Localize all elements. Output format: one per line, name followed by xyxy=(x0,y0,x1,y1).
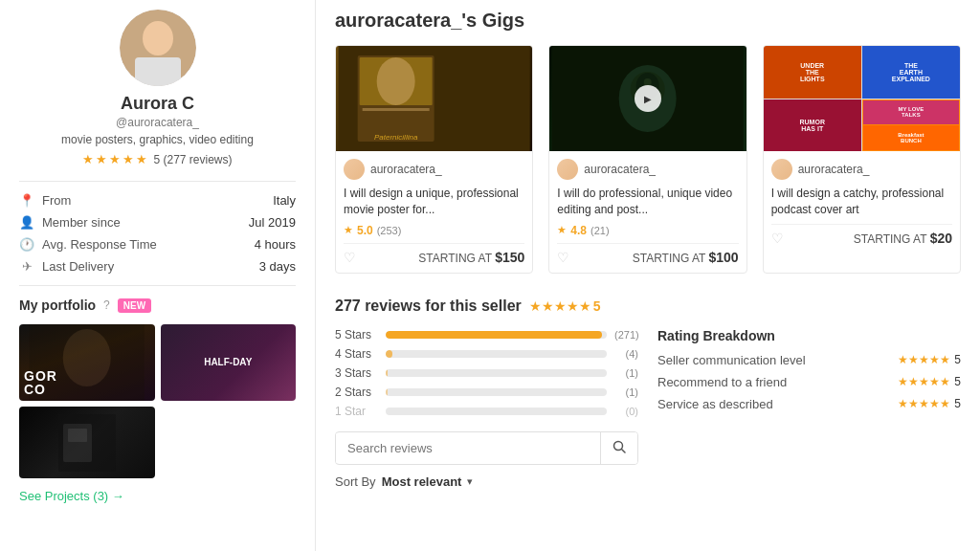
gig-1-description: I will design a unique, professional mov… xyxy=(344,186,524,218)
gig-3-footer: ♡ STARTING AT $20 xyxy=(771,224,952,246)
gig-2-rating: 4.8 xyxy=(570,224,587,237)
portfolio-item-3[interactable] xyxy=(19,407,155,478)
gig-2-reviews: (21) xyxy=(590,225,610,236)
profile-info: 📍 From Italy 👤 Member since Jul 2019 🕐 A… xyxy=(19,182,296,286)
gig-card-2[interactable]: ▶ auroracatera_ I will do professional, … xyxy=(548,45,746,274)
gig-2-footer: ♡ STARTING AT $100 xyxy=(557,243,738,265)
seller-avatar-3 xyxy=(771,159,792,180)
person-icon: 👤 xyxy=(19,215,34,230)
breakdown-label-3: Service as described xyxy=(657,397,773,411)
reviews-title: 277 reviews for this seller xyxy=(335,298,522,315)
portfolio-section: My portfolio ? NEW GORCO HALF- xyxy=(19,286,296,515)
bar-2-stars: 2 Stars (1) xyxy=(335,386,638,399)
breakdown-stars-3: ★★★★★ 5 xyxy=(898,397,961,410)
portfolio-title: My portfolio xyxy=(19,298,96,313)
portfolio-item-2[interactable]: HALF-DAY xyxy=(161,324,297,401)
rating-breakdown: Rating Breakdown Seller communication le… xyxy=(657,328,961,489)
member-label: Member since xyxy=(42,215,121,230)
svg-point-1 xyxy=(143,21,173,55)
profile-section: Aurora C @auroracatera_ movie posters, g… xyxy=(19,10,296,182)
info-last-delivery: ✈ Last Delivery 3 days xyxy=(19,259,296,274)
location-icon: 📍 xyxy=(19,193,34,208)
sort-arrow-icon[interactable]: ▾ xyxy=(467,475,473,488)
from-value: Italy xyxy=(273,193,296,208)
gig-2-body: auroracatera_ I will do professional, un… xyxy=(549,151,746,273)
breakdown-label-1: Seller communication level xyxy=(657,353,806,367)
profile-name: Aurora C xyxy=(19,94,296,114)
info-from: 📍 From Italy xyxy=(19,193,296,208)
reviews-rating-badge: 5 xyxy=(593,298,601,314)
star-1: ★ xyxy=(82,152,94,166)
search-input[interactable] xyxy=(336,433,600,463)
gig-1-stars: ★ xyxy=(344,224,353,236)
search-button[interactable] xyxy=(600,432,637,464)
search-section: Sort By Most relevant ▾ xyxy=(335,431,638,489)
sort-label: Sort By xyxy=(335,474,376,489)
bar-4-stars: 4 Stars (4) xyxy=(335,347,638,361)
seller-avatar-1 xyxy=(344,159,365,180)
help-icon[interactable]: ? xyxy=(103,298,110,312)
reviews-section: 277 reviews for this seller ★★★★★ 5 5 St… xyxy=(335,293,961,489)
gig-1-rating: 5.0 xyxy=(357,224,373,237)
gig-2-stars: ★ xyxy=(557,224,567,236)
search-bar xyxy=(335,431,638,465)
gig-1-heart[interactable]: ♡ xyxy=(344,250,356,265)
gig-3-description: I will design a catchy, professional pod… xyxy=(771,186,952,218)
gig-3-body: auroracatera_ I will design a catchy, pr… xyxy=(764,151,960,253)
reviews-header: 277 reviews for this seller ★★★★★ 5 xyxy=(335,298,961,315)
svg-point-12 xyxy=(377,57,415,105)
gig-2-price: STARTING AT $100 xyxy=(633,250,739,265)
info-member-since: 👤 Member since Jul 2019 xyxy=(19,215,296,230)
seller-avatar-2 xyxy=(557,159,578,180)
bar-3-stars: 3 Stars (1) xyxy=(335,366,638,380)
sort-row: Sort By Most relevant ▾ xyxy=(335,474,638,489)
reviews-stars: ★★★★★ 5 xyxy=(529,298,601,314)
gig-2-heart[interactable]: ♡ xyxy=(557,250,569,265)
gigs-grid: Paternicillina auroracatera_ I will desi… xyxy=(335,45,961,274)
see-projects-link[interactable]: See Projects (3) → xyxy=(19,489,124,503)
svg-text:Paternicillina: Paternicillina xyxy=(374,133,418,142)
gig-1-price: STARTING AT $150 xyxy=(418,250,524,265)
response-label: Avg. Response Time xyxy=(42,237,157,252)
star-2: ★ xyxy=(96,152,107,166)
avatar xyxy=(120,10,196,86)
svg-rect-3 xyxy=(135,57,181,86)
star-3: ★ xyxy=(109,152,121,166)
new-badge: NEW xyxy=(118,298,151,313)
breakdown-label-2: Recommend to a friend xyxy=(657,375,787,389)
main-content: auroracatera_'s Gigs Paternicillina xyxy=(316,0,980,551)
profile-tags: movie posters, graphics, video editing xyxy=(19,133,296,146)
portfolio-header: My portfolio ? NEW xyxy=(19,298,296,313)
bar-1-star: 1 Star (0) xyxy=(335,405,638,418)
breakdown-stars-1: ★★★★★ 5 xyxy=(898,353,961,366)
profile-rating: ★ ★ ★ ★ ★ 5 (277 reviews) xyxy=(19,152,296,166)
seller-name-3: auroracatera_ xyxy=(798,163,870,176)
from-label: From xyxy=(42,193,71,208)
sidebar: Aurora C @auroracatera_ movie posters, g… xyxy=(0,0,316,551)
profile-handle: @auroracatera_ xyxy=(19,116,296,129)
gig-card-3[interactable]: UNDERTHELIGHTS THEEARTHEXPLAINED RUMORHA… xyxy=(763,45,961,274)
breakdown-stars-2: ★★★★★ 5 xyxy=(898,375,961,388)
breakdown-row-3: Service as described ★★★★★ 5 xyxy=(657,397,961,411)
gig-2-description: I will do professional, unique video edi… xyxy=(557,186,738,218)
gig-1-reviews: (253) xyxy=(377,225,402,236)
gig-card-1[interactable]: Paternicillina auroracatera_ I will desi… xyxy=(335,45,533,274)
portfolio-grid: GORCO HALF-DAY xyxy=(19,324,296,478)
portfolio-item-1[interactable]: GORCO xyxy=(19,324,155,401)
response-value: 4 hours xyxy=(255,237,296,252)
seller-name-2: auroracatera_ xyxy=(584,163,656,176)
svg-rect-13 xyxy=(363,108,430,111)
svg-point-5 xyxy=(63,329,111,386)
delivery-label: Last Delivery xyxy=(42,259,114,274)
gig-3-heart[interactable]: ♡ xyxy=(771,231,784,246)
gig-3-price: STARTING AT $20 xyxy=(854,231,952,246)
svg-rect-8 xyxy=(68,429,87,442)
breakdown-title: Rating Breakdown xyxy=(657,328,961,343)
svg-line-21 xyxy=(622,449,626,452)
gig-1-footer: ♡ STARTING AT $150 xyxy=(344,243,524,265)
breakdown-row-1: Seller communication level ★★★★★ 5 xyxy=(657,353,961,367)
sort-value[interactable]: Most relevant xyxy=(382,474,462,489)
gig-1-body: auroracatera_ I will design a unique, pr… xyxy=(336,151,532,273)
gigs-title: auroracatera_'s Gigs xyxy=(335,10,961,32)
rating-text: 5 (277 reviews) xyxy=(153,153,232,166)
